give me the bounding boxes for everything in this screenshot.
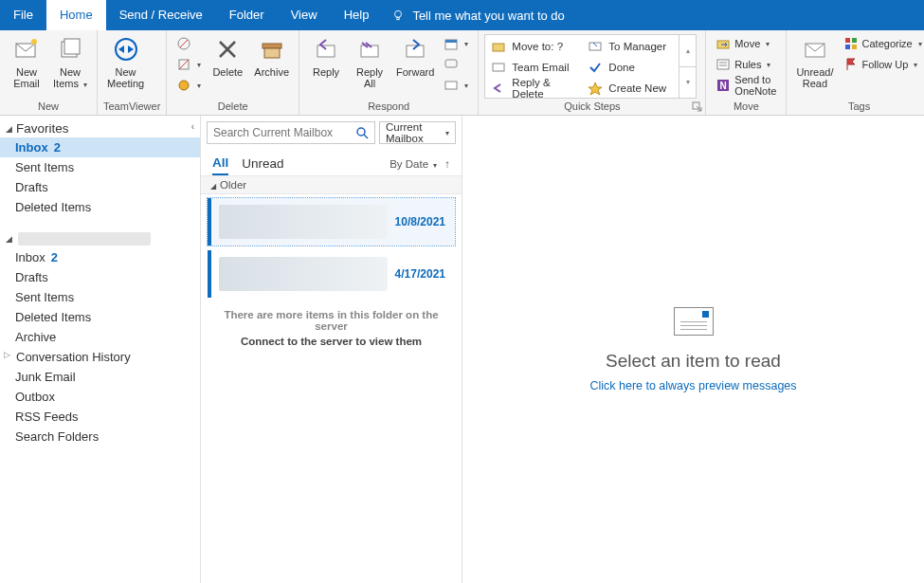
sort-direction-button[interactable]: ↑ <box>444 158 450 170</box>
svg-rect-31 <box>717 60 729 69</box>
follow-up-button[interactable]: Follow Up▾ <box>840 55 924 74</box>
group-respond: Reply Reply All Forward ▾ ▾ Respond <box>299 30 479 115</box>
fav-item-drafts[interactable]: Drafts <box>0 177 200 197</box>
group-quick-steps: Move to: ? Team Email Reply & Delete To … <box>479 30 706 115</box>
search-icon[interactable] <box>355 126 369 139</box>
filter-unread[interactable]: Unread <box>242 153 283 174</box>
categorize-button[interactable]: Categorize▾ <box>840 34 924 53</box>
folder-outbox[interactable]: Outbox <box>0 387 200 407</box>
rules-button[interactable]: Rules▾ <box>712 55 780 74</box>
svg-line-42 <box>364 135 368 138</box>
folder-archive[interactable]: Archive <box>0 327 200 347</box>
svg-rect-37 <box>845 38 850 43</box>
move-button[interactable]: Move▾ <box>712 34 780 53</box>
tab-view[interactable]: View <box>278 0 331 30</box>
forward-button[interactable]: Forward <box>392 32 438 80</box>
ignore-icon <box>176 36 191 51</box>
flag-icon <box>843 57 859 72</box>
new-meeting-button[interactable]: New Meeting <box>103 32 148 91</box>
to-manager-icon <box>588 39 603 54</box>
folder-drafts[interactable]: Drafts <box>0 267 200 287</box>
folder-conversation-history[interactable]: ▷Conversation History <box>0 347 200 367</box>
unread-read-button[interactable]: Unread/ Read <box>792 32 837 91</box>
svg-point-41 <box>357 128 365 136</box>
message-date: 4/17/2021 <box>395 267 455 281</box>
message-date: 10/8/2021 <box>395 215 455 228</box>
new-items-button[interactable]: New Items ▾ <box>49 32 91 93</box>
qs-to-manager[interactable]: To Manager <box>582 37 679 56</box>
svg-rect-17 <box>264 48 280 58</box>
main: ‹ ◢Favorites Inbox2Sent ItemsDraftsDelet… <box>0 116 924 583</box>
reply-delete-icon <box>491 81 506 96</box>
svg-rect-27 <box>589 43 601 50</box>
folder-nav: ‹ ◢Favorites Inbox2Sent ItemsDraftsDelet… <box>0 116 201 583</box>
reply-all-button[interactable]: Reply All <box>349 32 390 91</box>
qs-create-new[interactable]: Create New <box>582 79 679 98</box>
ignore-button[interactable] <box>172 34 205 53</box>
filter-all[interactable]: All <box>212 152 228 175</box>
always-preview-link[interactable]: Click here to always preview messages <box>589 379 796 392</box>
folder-junk-email[interactable]: Junk Email <box>0 367 200 387</box>
forward-label: Forward <box>396 66 434 78</box>
message-item[interactable]: 10/8/2021 <box>207 197 456 246</box>
archive-icon <box>257 34 287 64</box>
junk-icon <box>176 78 191 93</box>
tab-folder[interactable]: Folder <box>216 0 278 30</box>
folder-search-folders[interactable]: Search Folders <box>0 427 200 446</box>
folder-inbox[interactable]: Inbox2 <box>0 247 200 267</box>
onenote-button[interactable]: NSend to OneNote <box>712 76 780 95</box>
qs-gallery-more[interactable]: ▾ <box>679 67 696 99</box>
junk-button[interactable]: ▾ <box>172 76 205 95</box>
tab-help[interactable]: Help <box>331 0 383 30</box>
tab-send-receive[interactable]: Send / Receive <box>106 0 216 30</box>
group-header-older[interactable]: ◢Older <box>201 175 462 194</box>
server-connect-link[interactable]: Connect to the server to view them <box>201 332 462 351</box>
fav-item-inbox[interactable]: Inbox2 <box>0 137 200 157</box>
delete-icon <box>212 34 243 64</box>
message-item[interactable]: 4/17/2021 <box>207 249 456 299</box>
fav-item-deleted-items[interactable]: Deleted Items <box>0 197 200 217</box>
fav-item-sent-items[interactable]: Sent Items <box>0 157 200 177</box>
svg-line-10 <box>180 40 188 47</box>
svg-rect-25 <box>493 44 504 51</box>
new-email-icon <box>11 34 42 64</box>
sort-button[interactable]: By Date ▾ <box>390 158 437 170</box>
reply-all-icon <box>354 34 385 64</box>
reply-button[interactable]: Reply <box>305 32 347 80</box>
folder-deleted-items[interactable]: Deleted Items <box>0 307 200 327</box>
tab-home[interactable]: Home <box>46 0 106 30</box>
delete-button[interactable]: Delete <box>207 32 248 80</box>
nav-collapse-button[interactable]: ‹ <box>191 119 194 132</box>
im-button[interactable] <box>440 55 472 74</box>
ribbon: New Email New Items ▾ New New Meeting Te… <box>0 30 924 116</box>
tell-me[interactable]: Tell me what you want to do <box>391 9 564 23</box>
tab-file[interactable]: File <box>0 0 46 30</box>
archive-button[interactable]: Archive <box>250 32 293 80</box>
meeting-reply-button[interactable]: ▾ <box>440 34 472 53</box>
qs-team-email[interactable]: Team Email <box>485 58 582 77</box>
folder-rss-feeds[interactable]: RSS Feeds <box>0 407 200 427</box>
search-scope-button[interactable]: Current Mailbox▾ <box>379 121 456 144</box>
svg-rect-26 <box>493 64 504 71</box>
favorites-header[interactable]: ◢Favorites <box>0 119 191 137</box>
rules-icon <box>716 57 731 72</box>
account-name-redacted <box>18 232 151 246</box>
qs-move-to[interactable]: Move to: ? <box>485 37 582 56</box>
qs-scroll-up[interactable]: ▴ <box>679 35 696 67</box>
cleanup-button[interactable]: ▾ <box>172 55 205 74</box>
qs-done[interactable]: Done <box>582 58 679 77</box>
svg-marker-8 <box>128 46 134 53</box>
qs-dialog-launcher[interactable] <box>692 101 703 113</box>
more-respond-button[interactable]: ▾ <box>440 76 472 95</box>
search-input[interactable] <box>213 126 355 139</box>
svg-rect-1 <box>397 17 399 19</box>
account-header[interactable]: ◢ <box>0 230 200 247</box>
more-icon <box>444 78 459 93</box>
qs-reply-delete[interactable]: Reply & Delete <box>485 79 582 98</box>
search-box[interactable] <box>207 121 375 144</box>
onenote-icon: N <box>716 78 731 93</box>
reply-all-label: Reply All <box>356 66 383 89</box>
ribbon-tabs: File Home Send / Receive Folder View Hel… <box>0 0 924 30</box>
new-email-button[interactable]: New Email <box>6 32 47 91</box>
folder-sent-items[interactable]: Sent Items <box>0 287 200 307</box>
